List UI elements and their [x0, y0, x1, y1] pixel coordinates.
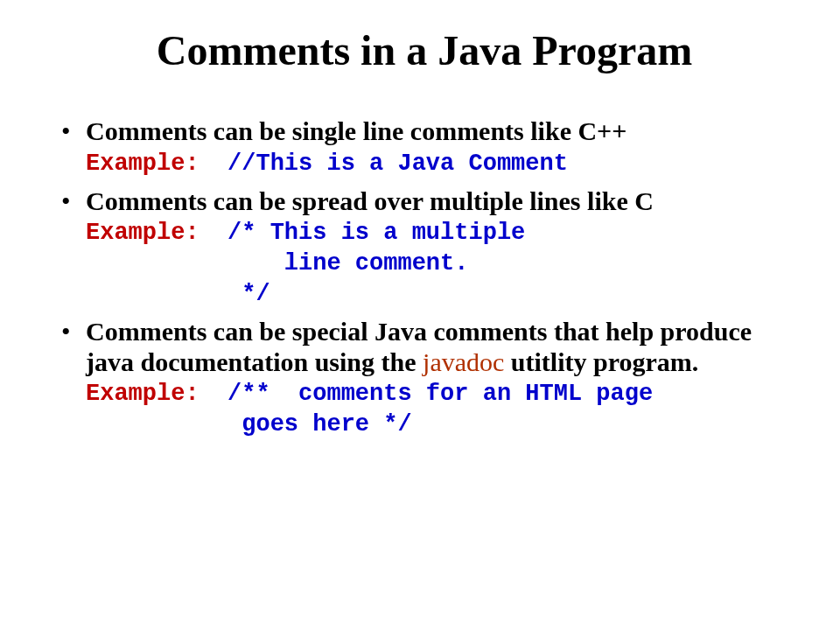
bullet-list: Comments can be single line comments lik…: [61, 116, 788, 441]
bullet-text-2: Comments can be spread over multiple lin…: [86, 186, 788, 217]
example-2: Example: /* This is a multiple line comm…: [86, 218, 788, 310]
list-item: Comments can be special Java comments th…: [61, 317, 788, 440]
example-label: Example:: [86, 220, 200, 246]
example-3: Example: /** comments for an HTML page g…: [86, 379, 788, 440]
list-item: Comments can be spread over multiple lin…: [61, 186, 788, 311]
example-label: Example:: [86, 150, 200, 177]
example-label: Example:: [86, 381, 200, 407]
bullet-text-3: Comments can be special Java comments th…: [86, 317, 788, 377]
javadoc-keyword: javadoc: [423, 347, 504, 376]
slide-title: Comments in a Java Program: [61, 26, 788, 74]
bullet-text-post: utitlity program.: [504, 347, 698, 376]
bullet-text-1: Comments can be single line comments lik…: [86, 116, 788, 147]
list-item: Comments can be single line comments lik…: [61, 116, 788, 179]
code-snippet: //This is a Java Comment: [200, 150, 568, 177]
example-1: Example: //This is a Java Comment: [86, 149, 788, 179]
